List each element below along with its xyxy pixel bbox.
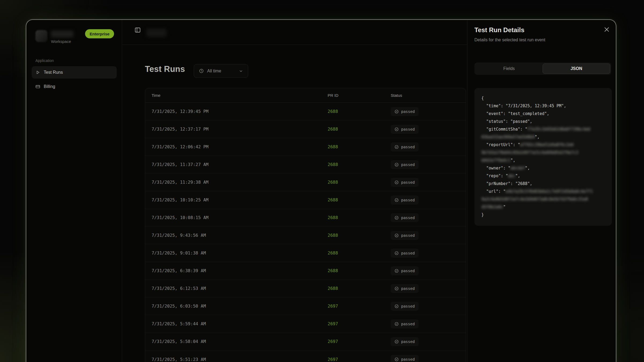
workspace-subtitle: Workspace xyxy=(51,39,71,44)
code-line: "prNumber": "2688", xyxy=(481,180,605,188)
column-header-pr-id: PR ID xyxy=(328,93,391,98)
tab-json[interactable]: JSON xyxy=(543,64,610,74)
detail-panel: Test Run Details Details for the selecte… xyxy=(467,20,616,362)
cell-pr-id: 2697 xyxy=(328,321,391,326)
topbar xyxy=(122,20,467,45)
cell-time: 7/31/2025, 12:39:45 PM xyxy=(145,109,328,114)
cell-status: passed xyxy=(391,249,466,258)
play-icon xyxy=(35,70,40,75)
status-badge: passed xyxy=(391,142,419,152)
table-row[interactable]: 7/31/2025, 5:58:04 AM 2697 passed xyxy=(145,333,466,350)
status-badge: passed xyxy=(391,107,419,116)
sidebar-toggle-button[interactable] xyxy=(134,27,141,33)
cell-pr-id: 2688 xyxy=(328,197,391,202)
cell-status: passed xyxy=(391,319,466,328)
table-row[interactable]: 7/31/2025, 11:37:27 AM 2688 passed xyxy=(145,156,466,173)
code-line: { xyxy=(481,94,605,102)
table-row[interactable]: 7/31/2025, 9:43:56 AM 2688 passed xyxy=(145,227,466,244)
cell-pr-id: 2688 xyxy=(328,268,391,273)
check-circle-icon xyxy=(394,198,399,202)
code-line: } xyxy=(481,211,605,219)
status-badge: passed xyxy=(391,302,419,311)
status-badge: passed xyxy=(391,337,419,346)
code-line: 03bad15ae369a57ad3d8b9", xyxy=(481,133,605,141)
sidebar: Workspace Enterprise Application Test Ru… xyxy=(26,20,122,362)
table-row[interactable]: 7/31/2025, 9:01:38 AM 2688 passed xyxy=(145,244,466,262)
cell-status: passed xyxy=(391,337,466,346)
cell-status: passed xyxy=(391,107,466,116)
cell-status: passed xyxy=(391,231,466,240)
check-circle-icon xyxy=(394,251,399,255)
page-title: Test Runs xyxy=(145,64,185,74)
table-row[interactable]: 7/31/2025, 10:08:15 AM 2688 passed xyxy=(145,209,466,227)
cell-time: 7/31/2025, 6:03:50 AM xyxy=(145,304,328,309)
check-circle-icon xyxy=(394,145,399,149)
tab-fields[interactable]: Fields xyxy=(475,64,543,74)
cell-status: passed xyxy=(391,302,466,311)
check-circle-icon xyxy=(394,322,399,326)
status-badge: passed xyxy=(391,249,419,258)
table-row[interactable]: 7/31/2025, 5:59:44 AM 2697 passed xyxy=(145,315,466,333)
cell-pr-id: 2688 xyxy=(328,180,391,185)
status-badge: passed xyxy=(391,125,419,134)
credit-card-icon xyxy=(35,84,40,89)
sidebar-item-billing[interactable]: Billing xyxy=(32,80,117,93)
table-row[interactable]: 7/31/2025, 6:03:50 AM 2697 passed xyxy=(145,297,466,315)
table-row[interactable]: 7/31/2025, 11:29:38 AM 2688 passed xyxy=(145,173,466,191)
check-circle-icon xyxy=(394,216,399,220)
check-circle-icon xyxy=(394,304,399,308)
sidebar-section-label: Application xyxy=(35,58,54,63)
check-circle-icon xyxy=(394,339,399,344)
code-line: "owner": "abcdef", xyxy=(481,164,605,172)
column-header-time: Time xyxy=(145,93,328,98)
cell-pr-id: 2688 xyxy=(328,109,391,114)
cell-pr-id: 2688 xyxy=(328,250,391,256)
json-code-block[interactable]: { "time": "7/31/2025, 12:39:45 PM", "eve… xyxy=(474,88,612,226)
cell-time: 7/31/2025, 6:12:53 AM xyxy=(145,286,328,291)
code-line: d5f8b2a0c" xyxy=(481,203,605,211)
code-line: "status": "passed", xyxy=(481,118,605,125)
table-row[interactable]: 7/31/2025, 6:38:39 AM 2688 passed xyxy=(145,262,466,280)
cell-pr-id: 2688 xyxy=(328,144,391,149)
code-line: "url": "e4b7a29c5f8d03b6a1c7e9f2d5b8a0c4… xyxy=(481,188,605,195)
status-badge: passed xyxy=(391,160,419,169)
status-badge: passed xyxy=(391,178,419,187)
code-line: b0d2e7f9a4c1", xyxy=(481,157,605,164)
table-row[interactable]: 7/31/2025, 12:06:42 PM 2688 passed xyxy=(145,138,466,156)
check-circle-icon xyxy=(394,233,399,238)
cell-status: passed xyxy=(391,160,466,169)
status-badge: passed xyxy=(391,284,419,293)
table-header: Time PR ID Status xyxy=(145,88,466,103)
cell-time: 7/31/2025, 5:51:23 AM xyxy=(145,357,328,362)
close-button[interactable] xyxy=(603,26,610,33)
status-badge: passed xyxy=(391,319,419,328)
enterprise-badge: Enterprise xyxy=(85,29,114,38)
cell-status: passed xyxy=(391,125,466,134)
panel-subtitle: Details for the selected test run event xyxy=(474,38,545,42)
table-row[interactable]: 7/31/2025, 10:10:25 AM 2688 passed xyxy=(145,191,466,209)
table-row[interactable]: 7/31/2025, 5:51:23 AM 2697 passed xyxy=(145,350,466,362)
close-icon xyxy=(603,26,610,33)
cell-status: passed xyxy=(391,178,466,187)
code-line: "time": "7/31/2025, 12:39:45 PM", xyxy=(481,102,605,110)
status-badge: passed xyxy=(391,266,419,275)
workspace-avatar[interactable] xyxy=(35,30,47,42)
cell-pr-id: 2688 xyxy=(328,127,391,132)
cell-pr-id: 2688 xyxy=(328,215,391,220)
cell-time: 7/31/2025, 11:29:38 AM xyxy=(145,180,328,185)
view-tabs: Fields JSON xyxy=(474,62,611,75)
cell-status: passed xyxy=(391,284,466,293)
sidebar-item-test-runs[interactable]: Test Runs xyxy=(32,66,117,79)
check-circle-icon xyxy=(394,286,399,291)
table-row[interactable]: 7/31/2025, 6:12:53 AM 2688 passed xyxy=(145,280,466,297)
code-line: 9a3c6e0b5d8f2a7c4e1b9d6f3a8c0e5b7d2f9a6c… xyxy=(481,195,605,203)
cell-pr-id: 2688 xyxy=(328,286,391,291)
cell-time: 7/31/2025, 6:38:39 AM xyxy=(145,268,328,273)
table-row[interactable]: 7/31/2025, 12:39:45 PM 2688 passed xyxy=(145,103,466,120)
sidebar-item-label: Billing xyxy=(44,84,55,89)
check-circle-icon xyxy=(394,357,399,361)
cell-time: 7/31/2025, 5:58:04 AM xyxy=(145,339,328,344)
check-circle-icon xyxy=(394,162,399,167)
table-row[interactable]: 7/31/2025, 12:37:17 PM 2688 passed xyxy=(145,120,466,138)
time-filter-button[interactable]: All time xyxy=(194,64,248,78)
